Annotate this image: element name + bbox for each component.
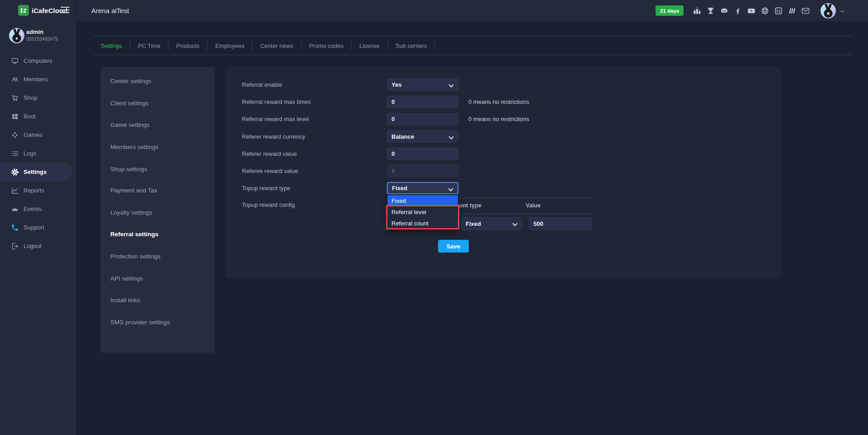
settings-menu-item-shop-settings[interactable]: Shop settings [110,166,147,173]
tab-settings[interactable]: Settings [93,42,130,49]
settings-menu-item-referral-settings[interactable]: Referral settings [110,231,159,238]
sidebar-item-reports[interactable]: Reports [0,181,76,200]
tab-center-news[interactable]: Center news [252,42,301,49]
sidebar-item-boot[interactable]: Boot [0,107,76,126]
settings-menu-item-payment-and-tax[interactable]: Payment and Tax [110,187,157,194]
sidebar-item-label: Logs [24,150,36,157]
dropdown-option-fixed[interactable]: Fixed [387,195,458,206]
computers-icon [11,57,19,65]
layers-icon[interactable] [788,6,797,15]
referral-enable-value: Yes [392,81,401,88]
brand-area: 2 iCafeCloud [0,0,76,21]
logo-glyph: 2 [23,8,26,14]
field-note: 0 means no restrictions [468,116,529,122]
cart-icon [11,94,19,102]
referer-reward-value-input[interactable] [387,148,458,160]
referral-enable-select[interactable]: Yes [387,79,458,91]
save-button[interactable]: Save [438,240,469,253]
sidebar-item-members[interactable]: Members [0,70,76,89]
sidebar-item-label: Logout [24,243,42,249]
settings-menu-item-center-settings[interactable]: Center settings [110,78,151,84]
sidebar-item-events[interactable]: Events [0,200,76,218]
field-label-referee-reward-value: Referee reward value [242,168,298,174]
license-days-badge[interactable]: 21 days [656,5,684,16]
icafecloud-mini-logo-icon[interactable]: 2 [774,6,783,15]
tab-divider [434,41,435,50]
chevron-down-icon[interactable] [839,8,845,14]
sidebar-item-shop[interactable]: Shop [0,89,76,107]
settings-menu-item-game-settings[interactable]: Game settings [110,122,150,128]
sidebar-item-label: Members [24,76,48,83]
sidebar-user-name: admin [26,28,43,35]
field-label-referral-enable: Referral enable [242,81,282,88]
referer-reward-currency-select[interactable]: Balance [387,131,458,143]
icafecloud-app: { "topbar": { "logo_text": "iCafeCloud",… [0,0,868,435]
facebook-icon[interactable] [733,6,742,15]
sidebar-item-label: Events [24,206,42,212]
sidebar-item-label: Games [24,131,42,138]
referral-reward-max-level-input[interactable] [387,113,458,125]
topbar-icon-row: 2 [693,0,810,21]
settings-menu-item-api-settings[interactable]: API settings [110,275,143,282]
tab-employees[interactable]: Employees [208,42,252,49]
trophy-icon[interactable] [706,6,715,15]
chart-icon [11,187,19,195]
icafecloud-logo-icon: 2 [18,5,29,16]
gear-icon [11,168,19,176]
tab-promo-codes[interactable]: Promo codes [301,42,351,49]
windows-icon [11,112,19,121]
ranking-icon[interactable] [693,6,702,15]
youtube-icon[interactable] [747,6,756,15]
sidebar-item-label: Settings [24,168,47,175]
page-title: Arena aiTest [91,0,129,21]
sidebar-item-logout[interactable]: Logout [0,237,76,255]
referee-reward-value-input [387,165,458,177]
sidebar-item-games[interactable]: Games [0,126,76,144]
topup-reward-type-select[interactable]: Fixed [387,182,458,194]
user-avatar[interactable] [821,3,836,19]
tab-pc-time[interactable]: PC Time [130,42,168,49]
sidebar-item-logs[interactable]: Logs [0,144,76,163]
settings-menu-panel: Center settings Client settings Game set… [100,67,215,353]
field-note: 0 means no restrictions [468,98,529,105]
sidebar-avatar[interactable] [9,28,24,43]
column-header-value: Value [526,202,541,209]
topup-reward-type-dropdown: Fixed Referral level Referral count [387,195,458,229]
config-value-input[interactable] [529,217,592,230]
settings-menu-item-install-links[interactable]: Install links [110,297,140,304]
sidebar-item-support[interactable]: Support [0,218,76,237]
config-amount-type-select[interactable]: Fixed [461,217,522,230]
field-label-referer-reward-value: Referer reward value [242,150,297,157]
top-bar: 2 iCafeCloud Arena aiTest 21 days [0,0,868,21]
settings-menu-item-sms-provider-settings[interactable]: SMS provider settings [110,319,170,326]
settings-tab-bar: Settings PC Time Products Employees Cent… [93,36,852,55]
field-label-referer-reward-currency: Referer reward currency [242,133,305,140]
crown-icon [11,205,19,213]
tab-products[interactable]: Products [169,42,207,49]
globe-icon[interactable] [760,6,769,15]
sidebar-item-label: Shop [24,94,37,101]
mail-icon[interactable] [801,6,810,15]
field-label-referral-reward-max-level: Referral reward max level [242,116,309,122]
dropdown-option-referral-count[interactable]: Referral count [387,218,458,229]
tab-license[interactable]: License [352,42,387,49]
members-icon [11,75,19,84]
discord-icon[interactable] [720,6,729,15]
logout-icon [11,242,19,250]
svg-text:2: 2 [778,9,781,13]
dropdown-option-referral-level[interactable]: Referral level [387,206,458,218]
sidebar-item-label: Reports [24,187,44,194]
settings-menu-item-members-settings[interactable]: Members settings [110,144,159,150]
sidebar-item-computers[interactable]: Computers [0,51,76,70]
referer-reward-currency-value: Balance [392,133,414,140]
sidebar-item-settings[interactable]: Settings [0,163,72,181]
settings-menu-item-protection-settings[interactable]: Protection settings [110,253,160,260]
menu-toggle-button[interactable] [61,7,70,14]
field-label-topup-reward-config: Topup reward config [242,201,295,208]
sidebar-item-label: Support [24,224,44,231]
settings-menu-item-client-settings[interactable]: Client settings [110,100,149,107]
field-label-topup-reward-type: Topup reward type [242,185,290,192]
referral-reward-max-times-input[interactable] [387,96,458,108]
tab-sub-centers[interactable]: Sub centers [388,42,434,49]
settings-menu-item-loyalty-settings[interactable]: Loyalty settings [110,209,152,216]
